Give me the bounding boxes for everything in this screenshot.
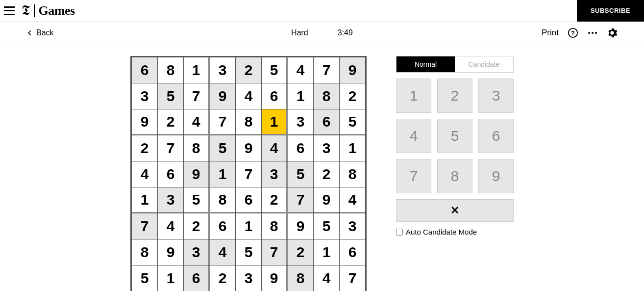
cell-r5-c2[interactable]: 5 xyxy=(184,187,210,213)
cell-r4-c0[interactable]: 4 xyxy=(132,161,157,187)
cell-r4-c4[interactable]: 7 xyxy=(236,161,261,187)
cell-r2-c0[interactable]: 9 xyxy=(132,109,157,135)
cell-r4-c6[interactable]: 5 xyxy=(288,161,313,187)
cell-r3-c5[interactable]: 4 xyxy=(262,135,288,161)
cell-r1-c4[interactable]: 4 xyxy=(236,83,261,109)
cell-r5-c7[interactable]: 9 xyxy=(314,187,339,213)
num-button-5[interactable]: 5 xyxy=(437,119,472,153)
cell-r4-c5[interactable]: 3 xyxy=(262,161,288,187)
cell-r3-c0[interactable]: 2 xyxy=(132,135,157,161)
cell-r0-c4[interactable]: 2 xyxy=(236,57,261,83)
cell-r0-c6[interactable]: 4 xyxy=(288,57,313,83)
cell-r2-c5[interactable]: 1 xyxy=(262,109,288,135)
settings-button[interactable] xyxy=(607,27,618,38)
cell-r1-c1[interactable]: 5 xyxy=(158,83,183,109)
cell-r3-c2[interactable]: 8 xyxy=(184,135,210,161)
num-button-6[interactable]: 6 xyxy=(478,119,514,153)
cell-r5-c1[interactable]: 3 xyxy=(158,187,183,213)
cell-r6-c0[interactable]: 7 xyxy=(132,213,157,239)
cell-r8-c0[interactable]: 5 xyxy=(132,265,157,291)
cell-r2-c2[interactable]: 4 xyxy=(184,109,210,135)
cell-r8-c3[interactable]: 2 xyxy=(210,265,235,291)
cell-r6-c7[interactable]: 5 xyxy=(314,213,339,239)
cell-r7-c5[interactable]: 7 xyxy=(262,239,288,265)
cell-r5-c4[interactable]: 6 xyxy=(236,187,261,213)
cell-r1-c6[interactable]: 1 xyxy=(288,83,313,109)
cell-r6-c2[interactable]: 2 xyxy=(184,213,210,239)
cell-r8-c5[interactable]: 9 xyxy=(262,265,288,291)
menu-icon[interactable] xyxy=(4,6,15,15)
cell-r5-c8[interactable]: 4 xyxy=(340,187,365,213)
cell-r7-c4[interactable]: 5 xyxy=(236,239,261,265)
cell-r8-c6[interactable]: 8 xyxy=(288,265,313,291)
cell-r8-c2[interactable]: 6 xyxy=(184,265,210,291)
cell-r7-c6[interactable]: 2 xyxy=(288,239,313,265)
cell-r1-c5[interactable]: 6 xyxy=(262,83,288,109)
cell-r4-c1[interactable]: 6 xyxy=(158,161,183,187)
cell-r5-c5[interactable]: 2 xyxy=(262,187,288,213)
cell-r6-c3[interactable]: 6 xyxy=(210,213,235,239)
num-button-9[interactable]: 9 xyxy=(478,159,514,193)
cell-r6-c4[interactable]: 1 xyxy=(236,213,261,239)
cell-r6-c6[interactable]: 9 xyxy=(288,213,313,239)
num-button-3[interactable]: 3 xyxy=(478,79,514,113)
cell-r5-c3[interactable]: 8 xyxy=(210,187,235,213)
cell-r5-c0[interactable]: 1 xyxy=(132,187,157,213)
num-button-4[interactable]: 4 xyxy=(396,119,431,153)
cell-r8-c4[interactable]: 3 xyxy=(236,265,261,291)
cell-r8-c1[interactable]: 1 xyxy=(158,265,183,291)
cell-r8-c7[interactable]: 4 xyxy=(314,265,339,291)
cell-r2-c6[interactable]: 3 xyxy=(288,109,313,135)
cell-r4-c2[interactable]: 9 xyxy=(184,161,210,187)
cell-r3-c3[interactable]: 5 xyxy=(210,135,235,161)
cell-r2-c3[interactable]: 7 xyxy=(210,109,235,135)
cell-r4-c8[interactable]: 8 xyxy=(340,161,365,187)
logo[interactable]: 𝕿 Games xyxy=(22,2,75,19)
cell-r3-c4[interactable]: 9 xyxy=(236,135,261,161)
cell-r0-c2[interactable]: 1 xyxy=(184,57,210,83)
cell-r6-c8[interactable]: 3 xyxy=(340,213,365,239)
cell-r2-c7[interactable]: 6 xyxy=(314,109,339,135)
cell-r3-c1[interactable]: 7 xyxy=(158,135,183,161)
cell-r3-c6[interactable]: 6 xyxy=(288,135,313,161)
cell-r4-c3[interactable]: 1 xyxy=(210,161,235,187)
cell-r0-c8[interactable]: 9 xyxy=(340,57,365,83)
back-button[interactable]: Back xyxy=(26,28,54,37)
auto-candidate-checkbox[interactable] xyxy=(396,229,403,236)
cell-r7-c3[interactable]: 4 xyxy=(210,239,235,265)
num-button-8[interactable]: 8 xyxy=(437,159,472,193)
erase-button[interactable]: ✕ xyxy=(396,199,514,222)
cell-r1-c0[interactable]: 3 xyxy=(132,83,157,109)
help-button[interactable]: ? xyxy=(568,27,578,38)
cell-r0-c1[interactable]: 8 xyxy=(158,57,183,83)
cell-r7-c2[interactable]: 3 xyxy=(184,239,210,265)
cell-r1-c8[interactable]: 2 xyxy=(340,83,365,109)
cell-r2-c1[interactable]: 2 xyxy=(158,109,183,135)
more-button[interactable] xyxy=(587,27,598,38)
cell-r7-c7[interactable]: 1 xyxy=(314,239,339,265)
cell-r1-c7[interactable]: 8 xyxy=(314,83,339,109)
print-button[interactable]: Print xyxy=(542,28,559,38)
cell-r7-c1[interactable]: 9 xyxy=(158,239,183,265)
cell-r8-c8[interactable]: 7 xyxy=(340,265,365,291)
cell-r0-c5[interactable]: 5 xyxy=(262,57,288,83)
cell-r7-c0[interactable]: 8 xyxy=(132,239,157,265)
num-button-7[interactable]: 7 xyxy=(396,159,431,193)
cell-r5-c6[interactable]: 7 xyxy=(288,187,313,213)
num-button-1[interactable]: 1 xyxy=(396,79,431,113)
cell-r0-c0[interactable]: 6 xyxy=(132,57,157,83)
cell-r6-c1[interactable]: 4 xyxy=(158,213,183,239)
cell-r3-c7[interactable]: 3 xyxy=(314,135,339,161)
cell-r2-c4[interactable]: 8 xyxy=(236,109,261,135)
auto-candidate-toggle[interactable]: Auto Candidate Mode xyxy=(396,228,514,236)
cell-r3-c8[interactable]: 1 xyxy=(340,135,365,161)
cell-r1-c2[interactable]: 7 xyxy=(184,83,210,109)
cell-r1-c3[interactable]: 9 xyxy=(210,83,235,109)
cell-r7-c8[interactable]: 6 xyxy=(340,239,365,265)
num-button-2[interactable]: 2 xyxy=(437,79,472,113)
cell-r6-c5[interactable]: 8 xyxy=(262,213,288,239)
mode-candidate[interactable]: Candidate xyxy=(455,56,513,72)
subscribe-button[interactable]: SUBSCRIBE xyxy=(577,0,644,22)
cell-r2-c8[interactable]: 5 xyxy=(340,109,365,135)
mode-normal[interactable]: Normal xyxy=(396,56,455,72)
